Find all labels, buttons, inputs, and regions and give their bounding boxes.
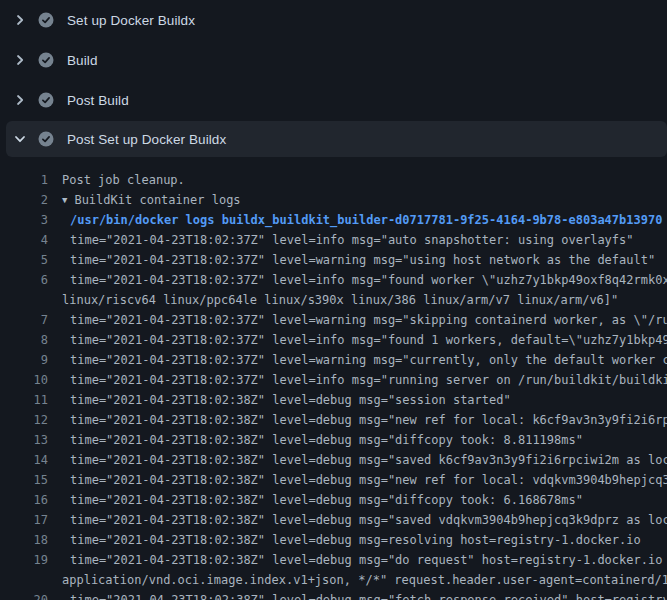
line-number[interactable]: 13	[0, 430, 48, 450]
line-number[interactable]: 14	[0, 450, 48, 470]
log-text: time="2021-04-23T18:02:38Z" level=debug …	[70, 390, 511, 410]
log-line-wrap: application/vnd.oci.image.index.v1+json,…	[0, 570, 667, 590]
step-title: Post Set up Docker Buildx	[67, 132, 226, 147]
log-text: time="2021-04-23T18:02:38Z" level=debug …	[70, 450, 667, 470]
log-text: time="2021-04-23T18:02:38Z" level=debug …	[70, 490, 583, 510]
line-number	[0, 290, 48, 310]
log-line: 20time="2021-04-23T18:02:38Z" level=debu…	[0, 590, 667, 600]
line-number[interactable]: 18	[0, 530, 48, 550]
chevron-right-icon	[12, 12, 28, 28]
log-text: time="2021-04-23T18:02:38Z" level=debug …	[70, 510, 667, 530]
log-text: application/vnd.oci.image.index.v1+json,…	[62, 570, 667, 590]
log-text: time="2021-04-23T18:02:38Z" level=debug …	[70, 590, 667, 600]
log-line: 16time="2021-04-23T18:02:38Z" level=debu…	[0, 490, 667, 510]
step-row-build[interactable]: Build	[0, 40, 667, 80]
log-text: time="2021-04-23T18:02:37Z" level=info m…	[70, 330, 667, 350]
log-text: time="2021-04-23T18:02:37Z" level=warnin…	[70, 250, 655, 270]
log-area: 1Post job cleanup.2▼BuildKit container l…	[0, 157, 667, 600]
line-number[interactable]: 12	[0, 410, 48, 430]
command-text: /usr/bin/docker logs buildx_buildkit_bui…	[70, 210, 662, 230]
chevron-right-icon	[12, 52, 28, 68]
line-number[interactable]: 20	[0, 590, 48, 600]
log-text: time="2021-04-23T18:02:37Z" level=info m…	[70, 370, 667, 390]
line-number[interactable]: 6	[0, 270, 48, 290]
log-line: 5time="2021-04-23T18:02:37Z" level=warni…	[0, 250, 667, 270]
log-line-wrap: linux/riscv64 linux/ppc64le linux/s390x …	[0, 290, 667, 310]
log-line: 13time="2021-04-23T18:02:38Z" level=debu…	[0, 430, 667, 450]
line-number[interactable]: 9	[0, 350, 48, 370]
log-text: time="2021-04-23T18:02:37Z" level=info m…	[70, 230, 634, 250]
step-row-post-set-up-docker-buildx[interactable]: Post Set up Docker Buildx	[6, 121, 667, 157]
steps-list: Set up Docker BuildxBuildPost BuildPost …	[0, 0, 667, 157]
log-line: 1Post job cleanup.	[0, 170, 667, 190]
log-line: 7time="2021-04-23T18:02:37Z" level=warni…	[0, 310, 667, 330]
line-number[interactable]: 1	[0, 170, 48, 190]
step-title: Post Build	[67, 93, 129, 108]
log-line: 17time="2021-04-23T18:02:38Z" level=debu…	[0, 510, 667, 530]
log-line: 3/usr/bin/docker logs buildx_buildkit_bu…	[0, 210, 667, 230]
log-text: time="2021-04-23T18:02:37Z" level=warnin…	[70, 350, 667, 370]
line-number[interactable]: 19	[0, 550, 48, 570]
log-line: 9time="2021-04-23T18:02:37Z" level=warni…	[0, 350, 667, 370]
log-line: 15time="2021-04-23T18:02:38Z" level=debu…	[0, 470, 667, 490]
log-line: 19time="2021-04-23T18:02:38Z" level=debu…	[0, 550, 667, 570]
line-number[interactable]: 5	[0, 250, 48, 270]
line-number[interactable]: 16	[0, 490, 48, 510]
line-number[interactable]: 17	[0, 510, 48, 530]
line-number[interactable]: 4	[0, 230, 48, 250]
check-circle-icon	[38, 92, 54, 108]
line-number[interactable]: 7	[0, 310, 48, 330]
log-line: 6time="2021-04-23T18:02:37Z" level=info …	[0, 270, 667, 290]
chevron-down-icon	[12, 131, 28, 147]
log-text: time="2021-04-23T18:02:37Z" level=info m…	[70, 270, 667, 290]
log-line: 8time="2021-04-23T18:02:37Z" level=info …	[0, 330, 667, 350]
log-text: Post job cleanup.	[62, 170, 185, 190]
line-number[interactable]: 11	[0, 390, 48, 410]
log-text: time="2021-04-23T18:02:38Z" level=debug …	[70, 550, 667, 570]
line-number[interactable]: 15	[0, 470, 48, 490]
group-expand-triangle-icon[interactable]: ▼	[62, 190, 67, 210]
log-text: time="2021-04-23T18:02:38Z" level=debug …	[70, 470, 667, 490]
log-line: 11time="2021-04-23T18:02:38Z" level=debu…	[0, 390, 667, 410]
log-text: time="2021-04-23T18:02:38Z" level=debug …	[70, 530, 641, 550]
log-text[interactable]: ▼BuildKit container logs	[62, 190, 241, 210]
check-circle-icon	[38, 12, 54, 28]
step-row-post-build[interactable]: Post Build	[0, 80, 667, 120]
log-text: time="2021-04-23T18:02:38Z" level=debug …	[70, 410, 667, 430]
chevron-right-icon	[12, 92, 28, 108]
step-title: Build	[67, 53, 98, 68]
log-text: time="2021-04-23T18:02:38Z" level=debug …	[70, 430, 583, 450]
line-number[interactable]: 2	[0, 190, 48, 210]
step-row-set-up-docker-buildx[interactable]: Set up Docker Buildx	[0, 0, 667, 40]
line-number[interactable]: 8	[0, 330, 48, 350]
step-title: Set up Docker Buildx	[67, 13, 195, 28]
log-line: 4time="2021-04-23T18:02:37Z" level=info …	[0, 230, 667, 250]
check-circle-icon	[38, 52, 54, 68]
line-number[interactable]: 3	[0, 210, 48, 230]
check-circle-icon	[38, 131, 54, 147]
log-line: 2▼BuildKit container logs	[0, 190, 667, 210]
line-number[interactable]: 10	[0, 370, 48, 390]
line-number	[0, 570, 48, 590]
log-line: 18time="2021-04-23T18:02:38Z" level=debu…	[0, 530, 667, 550]
log-line: 12time="2021-04-23T18:02:38Z" level=debu…	[0, 410, 667, 430]
log-text: linux/riscv64 linux/ppc64le linux/s390x …	[62, 290, 618, 310]
log-line: 14time="2021-04-23T18:02:38Z" level=debu…	[0, 450, 667, 470]
log-text: time="2021-04-23T18:02:37Z" level=warnin…	[70, 310, 667, 330]
log-line: 10time="2021-04-23T18:02:37Z" level=info…	[0, 370, 667, 390]
